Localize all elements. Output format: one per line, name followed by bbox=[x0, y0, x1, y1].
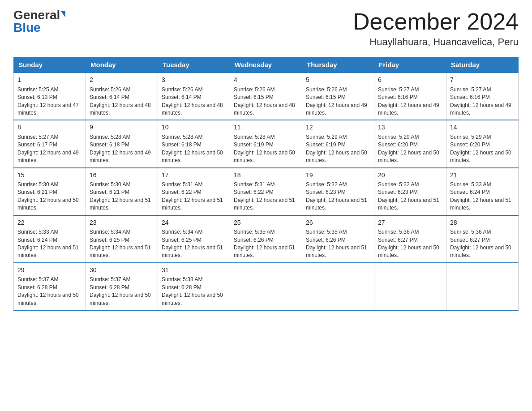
calendar-cell: 27 Sunrise: 5:36 AM Sunset: 6:27 PM Dayl… bbox=[374, 215, 446, 263]
logo: General Blue bbox=[13, 9, 65, 34]
day-info: Sunrise: 5:27 AM Sunset: 6:16 PM Dayligh… bbox=[378, 86, 442, 117]
calendar-cell bbox=[446, 263, 519, 310]
day-number: 1 bbox=[17, 76, 82, 85]
day-number: 25 bbox=[234, 218, 298, 227]
day-info: Sunrise: 5:26 AM Sunset: 6:14 PM Dayligh… bbox=[90, 86, 154, 117]
calendar-cell bbox=[302, 263, 374, 310]
day-info: Sunrise: 5:31 AM Sunset: 6:22 PM Dayligh… bbox=[162, 181, 226, 212]
day-number: 18 bbox=[234, 171, 298, 180]
logo-general-text: General bbox=[13, 9, 60, 21]
calendar-cell: 30 Sunrise: 5:37 AM Sunset: 6:28 PM Dayl… bbox=[86, 263, 158, 310]
day-info: Sunrise: 5:29 AM Sunset: 6:20 PM Dayligh… bbox=[450, 133, 515, 165]
day-info: Sunrise: 5:38 AM Sunset: 6:28 PM Dayligh… bbox=[162, 276, 226, 307]
day-number: 30 bbox=[90, 266, 154, 275]
header: General Blue December 2024 Huayllahuara,… bbox=[13, 9, 519, 48]
week-row-2: 8 Sunrise: 5:27 AM Sunset: 6:17 PM Dayli… bbox=[14, 120, 519, 167]
calendar-cell: 20 Sunrise: 5:32 AM Sunset: 6:23 PM Dayl… bbox=[374, 168, 446, 215]
header-friday: Friday bbox=[374, 57, 446, 73]
day-info: Sunrise: 5:30 AM Sunset: 6:21 PM Dayligh… bbox=[17, 181, 82, 212]
day-number: 17 bbox=[162, 171, 226, 180]
day-info: Sunrise: 5:35 AM Sunset: 6:26 PM Dayligh… bbox=[234, 228, 298, 260]
day-number: 6 bbox=[378, 76, 442, 85]
day-info: Sunrise: 5:28 AM Sunset: 6:18 PM Dayligh… bbox=[162, 133, 226, 165]
week-row-4: 22 Sunrise: 5:33 AM Sunset: 6:24 PM Dayl… bbox=[14, 215, 519, 263]
day-number: 28 bbox=[450, 218, 515, 227]
calendar-cell: 1 Sunrise: 5:25 AM Sunset: 6:13 PM Dayli… bbox=[14, 73, 86, 120]
location-title: Huayllahuara, Huancavelica, Peru bbox=[353, 36, 519, 48]
calendar-cell: 26 Sunrise: 5:35 AM Sunset: 6:26 PM Dayl… bbox=[302, 215, 374, 263]
calendar-header-row: SundayMondayTuesdayWednesdayThursdayFrid… bbox=[14, 57, 519, 73]
day-info: Sunrise: 5:28 AM Sunset: 6:18 PM Dayligh… bbox=[90, 133, 154, 165]
calendar-cell: 29 Sunrise: 5:37 AM Sunset: 6:28 PM Dayl… bbox=[14, 263, 86, 310]
day-number: 13 bbox=[378, 123, 442, 132]
day-info: Sunrise: 5:28 AM Sunset: 6:19 PM Dayligh… bbox=[234, 133, 298, 165]
calendar-cell: 6 Sunrise: 5:27 AM Sunset: 6:16 PM Dayli… bbox=[374, 73, 446, 120]
calendar-cell: 22 Sunrise: 5:33 AM Sunset: 6:24 PM Dayl… bbox=[14, 215, 86, 263]
week-row-1: 1 Sunrise: 5:25 AM Sunset: 6:13 PM Dayli… bbox=[14, 73, 519, 120]
day-number: 16 bbox=[90, 171, 154, 180]
day-info: Sunrise: 5:36 AM Sunset: 6:27 PM Dayligh… bbox=[378, 228, 442, 260]
day-info: Sunrise: 5:32 AM Sunset: 6:23 PM Dayligh… bbox=[306, 181, 370, 212]
calendar-cell: 13 Sunrise: 5:29 AM Sunset: 6:20 PM Dayl… bbox=[374, 120, 446, 167]
day-number: 20 bbox=[378, 171, 442, 180]
day-info: Sunrise: 5:27 AM Sunset: 6:17 PM Dayligh… bbox=[17, 133, 82, 165]
day-info: Sunrise: 5:26 AM Sunset: 6:15 PM Dayligh… bbox=[234, 86, 298, 117]
day-number: 12 bbox=[306, 123, 370, 132]
calendar-cell: 18 Sunrise: 5:31 AM Sunset: 6:22 PM Dayl… bbox=[230, 168, 302, 215]
calendar-cell: 28 Sunrise: 5:36 AM Sunset: 6:27 PM Dayl… bbox=[446, 215, 519, 263]
day-info: Sunrise: 5:31 AM Sunset: 6:22 PM Dayligh… bbox=[234, 181, 298, 212]
logo-blue-text: Blue bbox=[13, 21, 41, 34]
header-tuesday: Tuesday bbox=[158, 57, 230, 73]
day-info: Sunrise: 5:33 AM Sunset: 6:24 PM Dayligh… bbox=[450, 181, 515, 212]
day-number: 3 bbox=[162, 76, 226, 85]
calendar-cell: 10 Sunrise: 5:28 AM Sunset: 6:18 PM Dayl… bbox=[158, 120, 230, 167]
calendar-table: SundayMondayTuesdayWednesdayThursdayFrid… bbox=[13, 57, 519, 311]
calendar-cell: 19 Sunrise: 5:32 AM Sunset: 6:23 PM Dayl… bbox=[302, 168, 374, 215]
day-number: 11 bbox=[234, 123, 298, 132]
day-info: Sunrise: 5:34 AM Sunset: 6:25 PM Dayligh… bbox=[90, 228, 154, 260]
day-number: 14 bbox=[450, 123, 515, 132]
day-number: 27 bbox=[378, 218, 442, 227]
day-info: Sunrise: 5:27 AM Sunset: 6:16 PM Dayligh… bbox=[450, 86, 515, 117]
day-number: 10 bbox=[162, 123, 226, 132]
header-saturday: Saturday bbox=[446, 57, 519, 73]
day-number: 7 bbox=[450, 76, 515, 85]
header-thursday: Thursday bbox=[302, 57, 374, 73]
day-number: 21 bbox=[450, 171, 515, 180]
calendar-cell: 8 Sunrise: 5:27 AM Sunset: 6:17 PM Dayli… bbox=[14, 120, 86, 167]
header-monday: Monday bbox=[86, 57, 158, 73]
day-number: 29 bbox=[17, 266, 82, 275]
calendar-cell: 7 Sunrise: 5:27 AM Sunset: 6:16 PM Dayli… bbox=[446, 73, 519, 120]
day-info: Sunrise: 5:36 AM Sunset: 6:27 PM Dayligh… bbox=[450, 228, 515, 260]
calendar-cell: 14 Sunrise: 5:29 AM Sunset: 6:20 PM Dayl… bbox=[446, 120, 519, 167]
day-number: 15 bbox=[17, 171, 82, 180]
day-number: 19 bbox=[306, 171, 370, 180]
day-number: 4 bbox=[234, 76, 298, 85]
day-number: 24 bbox=[162, 218, 226, 227]
day-info: Sunrise: 5:29 AM Sunset: 6:20 PM Dayligh… bbox=[378, 133, 442, 165]
calendar-cell: 16 Sunrise: 5:30 AM Sunset: 6:21 PM Dayl… bbox=[86, 168, 158, 215]
day-number: 23 bbox=[90, 218, 154, 227]
calendar-cell: 2 Sunrise: 5:26 AM Sunset: 6:14 PM Dayli… bbox=[86, 73, 158, 120]
day-info: Sunrise: 5:32 AM Sunset: 6:23 PM Dayligh… bbox=[378, 181, 442, 212]
day-info: Sunrise: 5:25 AM Sunset: 6:13 PM Dayligh… bbox=[17, 86, 82, 117]
day-number: 22 bbox=[17, 218, 82, 227]
calendar-cell: 12 Sunrise: 5:29 AM Sunset: 6:19 PM Dayl… bbox=[302, 120, 374, 167]
calendar-cell: 15 Sunrise: 5:30 AM Sunset: 6:21 PM Dayl… bbox=[14, 168, 86, 215]
day-number: 2 bbox=[90, 76, 154, 85]
day-info: Sunrise: 5:26 AM Sunset: 6:15 PM Dayligh… bbox=[306, 86, 370, 117]
day-number: 8 bbox=[17, 123, 82, 132]
calendar-cell: 9 Sunrise: 5:28 AM Sunset: 6:18 PM Dayli… bbox=[86, 120, 158, 167]
calendar-cell bbox=[374, 263, 446, 310]
calendar-cell: 25 Sunrise: 5:35 AM Sunset: 6:26 PM Dayl… bbox=[230, 215, 302, 263]
title-area: December 2024 Huayllahuara, Huancavelica… bbox=[353, 9, 519, 48]
day-info: Sunrise: 5:26 AM Sunset: 6:14 PM Dayligh… bbox=[162, 86, 226, 117]
calendar-cell: 3 Sunrise: 5:26 AM Sunset: 6:14 PM Dayli… bbox=[158, 73, 230, 120]
month-title: December 2024 bbox=[353, 9, 519, 34]
calendar-cell: 21 Sunrise: 5:33 AM Sunset: 6:24 PM Dayl… bbox=[446, 168, 519, 215]
logo-triangle-icon bbox=[61, 11, 65, 17]
day-info: Sunrise: 5:33 AM Sunset: 6:24 PM Dayligh… bbox=[17, 228, 82, 260]
day-number: 5 bbox=[306, 76, 370, 85]
day-info: Sunrise: 5:37 AM Sunset: 6:28 PM Dayligh… bbox=[17, 276, 82, 307]
calendar-cell: 5 Sunrise: 5:26 AM Sunset: 6:15 PM Dayli… bbox=[302, 73, 374, 120]
